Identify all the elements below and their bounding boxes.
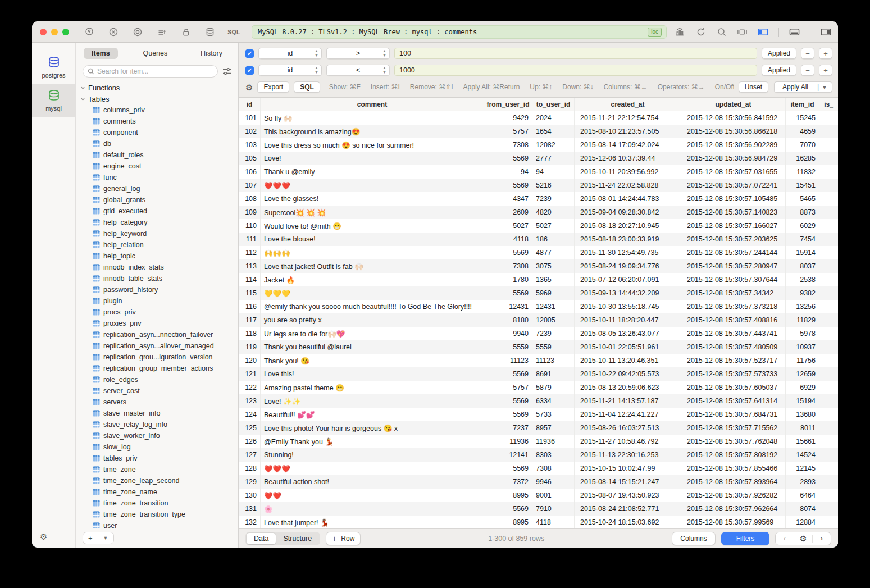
cell-to_user_id[interactable]: 94 bbox=[532, 165, 575, 179]
cell-is[interactable] bbox=[819, 259, 838, 273]
cell-from_user_id[interactable]: 8995 bbox=[484, 516, 532, 528]
filter-sliders-icon[interactable] bbox=[222, 67, 231, 75]
applied-button[interactable]: Applied bbox=[762, 65, 796, 76]
cell-id[interactable]: 116 bbox=[239, 300, 261, 313]
cell-item_id[interactable]: 8037 bbox=[786, 259, 819, 273]
table-item[interactable]: slow_log bbox=[80, 441, 238, 453]
cell-id[interactable]: 114 bbox=[239, 273, 261, 286]
applied-button[interactable]: Applied bbox=[762, 48, 796, 59]
cell-updated_at[interactable]: 2015-12-08 15:30:57.573733 bbox=[681, 367, 786, 381]
filter-column-select[interactable]: id▲▼ bbox=[258, 48, 322, 59]
cell-created_at[interactable]: 2015-08-14 17:09:42.024 bbox=[575, 138, 681, 152]
cell-created_at[interactable]: 2015-12-06 10:37:39.44 bbox=[575, 152, 681, 165]
cell-from_user_id[interactable]: 7237 bbox=[484, 421, 532, 435]
cell-is[interactable] bbox=[819, 192, 838, 206]
cell-item_id[interactable]: 9382 bbox=[786, 286, 819, 300]
cell-updated_at[interactable]: 2015-12-08 15:30:57.140823 bbox=[681, 206, 786, 219]
cell-item_id[interactable]: 2893 bbox=[786, 475, 819, 489]
table-row[interactable]: 123Love! ✨✨556963342015-11-21 14:13:57.1… bbox=[239, 394, 838, 408]
cell-is[interactable] bbox=[819, 340, 838, 354]
cell-created_at[interactable]: 2015-11-30 12:54:49.735 bbox=[575, 246, 681, 259]
cell-id[interactable]: 106 bbox=[239, 165, 261, 179]
cell-item_id[interactable]: 14524 bbox=[786, 448, 819, 462]
cell-item_id[interactable]: 13680 bbox=[786, 408, 819, 421]
table-row[interactable]: 102This background is amazing😍5757165420… bbox=[239, 125, 838, 138]
cell-to_user_id[interactable]: 11123 bbox=[532, 354, 575, 367]
cell-is[interactable] bbox=[819, 125, 838, 138]
table-item[interactable]: global_grants bbox=[80, 194, 238, 206]
cell-from_user_id[interactable]: 94 bbox=[484, 165, 532, 179]
cell-to_user_id[interactable]: 1365 bbox=[532, 273, 575, 286]
cell-to_user_id[interactable]: 5879 bbox=[532, 381, 575, 394]
table-item[interactable]: general_log bbox=[80, 183, 238, 194]
table-row[interactable]: 117you are so pretty x8180120052015-10-1… bbox=[239, 313, 838, 327]
cell-updated_at[interactable]: 2015-12-08 15:30:57.641314 bbox=[681, 394, 786, 408]
cell-id[interactable]: 129 bbox=[239, 475, 261, 489]
table-item[interactable]: time_zone_name bbox=[80, 486, 238, 498]
table-item[interactable]: replication_asyn...ailover_managed bbox=[80, 340, 238, 352]
cell-comment[interactable]: @Emily Thank you 💃 bbox=[261, 435, 484, 448]
prev-page-icon[interactable]: ‹ bbox=[776, 532, 794, 545]
cell-is[interactable] bbox=[819, 462, 838, 475]
cell-id[interactable]: 120 bbox=[239, 354, 261, 367]
cell-comment[interactable]: @emily thank you soooo much beautiful!!!… bbox=[261, 300, 484, 313]
table-row[interactable]: 107❤️❤️❤️556952162015-11-24 22:02:58.828… bbox=[239, 179, 838, 192]
cell-updated_at[interactable]: 2015-12-08 15:30:57.605037 bbox=[681, 381, 786, 394]
connection-mysql[interactable]: mysql bbox=[32, 84, 75, 117]
cell-id[interactable]: 127 bbox=[239, 448, 261, 462]
cell-to_user_id[interactable]: 4118 bbox=[532, 516, 575, 528]
cell-created_at[interactable]: 2015-10-01 22:05:51.961 bbox=[575, 340, 681, 354]
cell-from_user_id[interactable]: 5569 bbox=[484, 286, 532, 300]
cell-updated_at[interactable]: 2015-12-08 15:30:57.715562 bbox=[681, 421, 786, 435]
database-icon[interactable] bbox=[204, 26, 215, 37]
cell-id[interactable]: 111 bbox=[239, 233, 261, 246]
table-item[interactable]: innodb_index_stats bbox=[80, 262, 238, 273]
table-item[interactable]: user bbox=[80, 520, 238, 528]
cell-created_at[interactable]: 2015-11-27 10:58:46.792 bbox=[575, 435, 681, 448]
cell-updated_at[interactable]: 2015-12-08 15:30:57.031655 bbox=[681, 165, 786, 179]
tab-structure[interactable]: Structure bbox=[276, 533, 319, 544]
cell-item_id[interactable]: 5465 bbox=[786, 192, 819, 206]
cell-id[interactable]: 121 bbox=[239, 367, 261, 381]
cell-id[interactable]: 101 bbox=[239, 111, 261, 125]
table-item[interactable]: proxies_priv bbox=[80, 318, 238, 329]
cell-is[interactable] bbox=[819, 475, 838, 489]
table-item[interactable]: time_zone bbox=[80, 464, 238, 475]
cell-is[interactable] bbox=[819, 381, 838, 394]
lock-icon[interactable] bbox=[180, 26, 191, 37]
table-row[interactable]: 130❤️❤️899590012015-08-07 19:43:50.92320… bbox=[239, 489, 838, 502]
table-row[interactable]: 122Amazing pastel theme 😁575758792015-08… bbox=[239, 381, 838, 394]
cell-to_user_id[interactable]: 5216 bbox=[532, 179, 575, 192]
cell-updated_at[interactable]: 2015-12-08 15:30:57.280947 bbox=[681, 259, 786, 273]
table-item[interactable]: plugin bbox=[80, 295, 238, 307]
cell-id[interactable]: 126 bbox=[239, 435, 261, 448]
zoom-window-button[interactable] bbox=[62, 29, 69, 35]
sidebar-tab-queries[interactable]: Queries bbox=[135, 48, 175, 59]
close-window-button[interactable] bbox=[40, 29, 47, 35]
cell-comment[interactable]: 🌸 bbox=[261, 502, 484, 516]
cell-item_id[interactable]: 16285 bbox=[786, 152, 819, 165]
cell-created_at[interactable]: 2015-11-24 22:02:58.828 bbox=[575, 179, 681, 192]
cell-updated_at[interactable]: 2015-12-08 15:30:56.902289 bbox=[681, 138, 786, 152]
cell-item_id[interactable]: 12145 bbox=[786, 462, 819, 475]
cell-comment[interactable]: Love the glasses! bbox=[261, 192, 484, 206]
remove-filter-button[interactable]: − bbox=[801, 65, 814, 76]
chart-icon[interactable] bbox=[675, 26, 685, 37]
cell-item_id[interactable]: 4659 bbox=[786, 125, 819, 138]
table-item[interactable]: replication_group_member_actions bbox=[80, 363, 238, 374]
toggle-bottom-panel-icon[interactable] bbox=[789, 26, 800, 37]
cell-item_id[interactable]: 15661 bbox=[786, 435, 819, 448]
add-filter-button[interactable]: + bbox=[819, 48, 832, 59]
item-search[interactable] bbox=[83, 65, 218, 78]
table-item[interactable]: gtid_executed bbox=[80, 206, 238, 217]
cell-from_user_id[interactable]: 11123 bbox=[484, 354, 532, 367]
filter-settings-gear-icon[interactable]: ⚙ bbox=[245, 83, 253, 92]
table-item[interactable]: password_history bbox=[80, 284, 238, 295]
cell-to_user_id[interactable]: 8957 bbox=[532, 421, 575, 435]
cell-updated_at[interactable]: 2015-12-08 15:30:57.480509 bbox=[681, 340, 786, 354]
cell-is[interactable] bbox=[819, 394, 838, 408]
cell-comment[interactable]: Jacket 🔥 bbox=[261, 273, 484, 286]
cell-from_user_id[interactable]: 9940 bbox=[484, 327, 532, 340]
cell-id[interactable]: 105 bbox=[239, 152, 261, 165]
cell-updated_at[interactable]: 2015-12-08 15:30:57.523717 bbox=[681, 354, 786, 367]
